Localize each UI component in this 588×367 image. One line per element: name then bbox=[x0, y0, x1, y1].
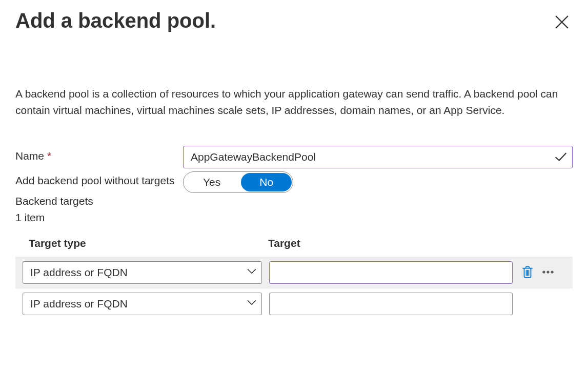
trash-icon bbox=[521, 265, 534, 280]
toggle-yes[interactable]: Yes bbox=[184, 172, 240, 192]
delete-row-button[interactable] bbox=[520, 264, 535, 281]
checkmark-icon bbox=[554, 150, 567, 164]
svg-point-1 bbox=[546, 271, 549, 273]
name-row: Name * bbox=[15, 146, 573, 168]
row-more-button[interactable] bbox=[540, 264, 556, 281]
name-label: Name * bbox=[15, 146, 183, 163]
close-button[interactable] bbox=[551, 11, 573, 34]
panel-header: Add a backend pool. bbox=[15, 9, 573, 34]
no-targets-label: Add backend pool without targets bbox=[15, 170, 183, 188]
name-label-text: Name bbox=[15, 150, 44, 162]
target-input[interactable] bbox=[269, 261, 513, 284]
targets-table-header: Target type Target bbox=[15, 233, 573, 257]
column-target: Target bbox=[268, 237, 573, 249]
required-asterisk: * bbox=[47, 150, 51, 162]
no-targets-toggle: Yes No bbox=[183, 171, 293, 193]
backend-targets-label: Backend targets bbox=[15, 195, 573, 207]
name-input[interactable] bbox=[183, 146, 573, 168]
toggle-no[interactable]: No bbox=[241, 173, 292, 191]
no-targets-row: Add backend pool without targets Yes No bbox=[15, 170, 573, 193]
more-icon bbox=[541, 265, 555, 280]
target-input[interactable] bbox=[269, 293, 513, 315]
page-title: Add a backend pool. bbox=[15, 9, 216, 32]
description-text: A backend pool is a collection of resour… bbox=[15, 86, 572, 118]
column-target-type: Target type bbox=[29, 237, 268, 249]
table-row: IP address or FQDN bbox=[15, 257, 573, 288]
close-icon bbox=[554, 24, 570, 31]
svg-point-0 bbox=[542, 271, 545, 273]
target-type-select[interactable]: IP address or FQDN bbox=[23, 261, 262, 284]
table-row: IP address or FQDN bbox=[15, 288, 573, 319]
target-type-select[interactable]: IP address or FQDN bbox=[23, 293, 262, 315]
svg-point-2 bbox=[551, 271, 554, 273]
item-count: 1 item bbox=[15, 211, 573, 224]
